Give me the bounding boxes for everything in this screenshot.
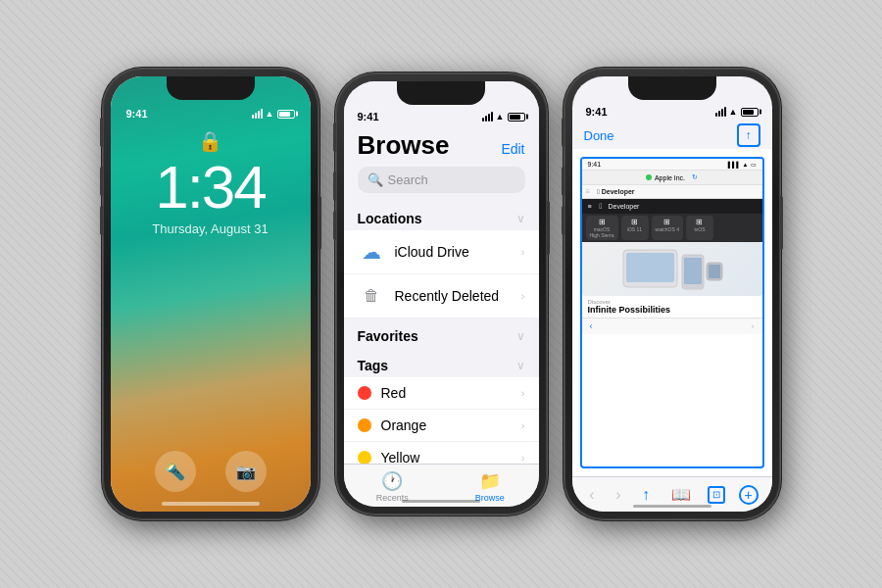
safari-webpage-content[interactable]: 9:41 ▌▌▌ ▲ ▭ Apple Inc. ↻ [572, 149, 772, 476]
files-screen-display: 9:41 ▲ Browse Edit 🔍 Search [344, 81, 539, 507]
share-button[interactable]: ↑ [737, 123, 760, 147]
tab-recents[interactable]: 🕐 Recents [344, 470, 442, 503]
watchos-icon: ⊞ [656, 218, 679, 226]
recents-icon: 🕐 [381, 470, 403, 492]
tab-browse[interactable]: 📁 Browse [441, 470, 539, 503]
tags-section-header: Tags ∨ [344, 348, 539, 377]
webpage-url-bar[interactable]: Apple Inc. ↻ [582, 171, 762, 185]
lock-icon: 🔒 [198, 129, 222, 153]
webpage-time: 9:41 [588, 161, 602, 168]
ios-label: iOS 11 [625, 226, 645, 232]
home-indicator-3 [633, 505, 711, 508]
locations-title: Locations [358, 211, 422, 226]
tvos-label: tvOS [690, 226, 710, 232]
wifi-icon: ▲ [266, 109, 274, 119]
search-icon: 🔍 [368, 172, 383, 187]
safari-status-icons: ▲ [715, 107, 759, 117]
battery-icon-2 [508, 113, 525, 122]
apple-logo:  [597, 188, 600, 195]
browse-header: Browse Edit [344, 126, 539, 167]
tag-label: Yellow [381, 450, 512, 464]
safari-screen: 9:41 ▲ Done ↑ [572, 76, 772, 512]
macos-tab[interactable]: ⊞ macOS High Sierra [586, 216, 618, 240]
back-arrow[interactable]: ‹ [590, 321, 593, 331]
battery-icon [277, 110, 295, 119]
icloud-drive-item[interactable]: ☁ iCloud Drive › [344, 230, 539, 274]
tvos-tab[interactable]: ⊞ tvOS [686, 216, 713, 240]
flashlight-button[interactable]: 🔦 [155, 451, 196, 492]
macos-version: High Sierra [590, 232, 614, 238]
home-indicator [162, 502, 260, 506]
signal-icon-2 [482, 112, 493, 122]
ios-icon: ⊞ [625, 218, 645, 226]
recently-deleted-item[interactable]: 🗑 Recently Deleted › [344, 274, 539, 318]
tabs-button[interactable]: ⊡ [708, 486, 725, 504]
webpage-menu-icon[interactable]: ≡ [586, 187, 591, 196]
favorites-title: Favorites [358, 328, 418, 344]
recently-deleted-chevron-icon: › [521, 290, 525, 302]
tag-label: Red [381, 385, 512, 401]
camera-button[interactable]: 📷 [225, 451, 267, 492]
webpage-signal: ▌▌▌ [728, 162, 741, 168]
recently-deleted-label: Recently Deleted [395, 288, 512, 304]
tag-label: Orange [381, 417, 512, 433]
forward-button[interactable]: › [612, 482, 624, 508]
favorites-chevron-icon[interactable]: ∨ [516, 329, 525, 343]
tag-color-dot [358, 451, 371, 464]
favorites-section-header: Favorites ∨ [344, 318, 539, 348]
forward-arrow[interactable]: › [752, 321, 755, 331]
edit-button[interactable]: Edit [501, 141, 524, 157]
refresh-icon[interactable]: ↻ [692, 173, 698, 181]
ios-tab[interactable]: ⊞ iOS 11 [621, 216, 649, 240]
tvos-icon: ⊞ [690, 218, 710, 226]
signal-icon-3 [715, 107, 726, 117]
done-button[interactable]: Done [584, 128, 614, 143]
notch-2 [397, 81, 485, 105]
trash-icon: 🗑 [358, 282, 385, 310]
browse-status-icons: ▲ [482, 112, 525, 122]
back-button[interactable]: ‹ [585, 482, 598, 508]
tag-chevron-icon: › [521, 452, 525, 464]
macos-icon: ⊞ [590, 218, 614, 226]
devices-image [582, 242, 762, 296]
lock-status-time: 9:41 [126, 108, 148, 120]
developer-brand:  Developer [597, 188, 634, 195]
discover-section: Discover Infinite Possibilities [582, 296, 762, 318]
apple-logo-white:  [600, 202, 603, 211]
safari-top-nav: Done ↑ [572, 122, 772, 149]
search-bar[interactable]: 🔍 Search [358, 167, 525, 193]
watchos-tab[interactable]: ⊞ watchOS 4 [652, 216, 683, 240]
wifi-icon-3: ▲ [729, 107, 738, 117]
tag-list: Red › Orange › Yellow › Green › Blue › P… [344, 377, 539, 464]
wifi-icon-2: ▲ [496, 112, 505, 122]
tag-color-dot [358, 386, 371, 400]
developer-header: ≡  Developer [582, 199, 762, 214]
watchos-label: watchOS 4 [656, 226, 679, 232]
notch-3 [628, 76, 716, 100]
tag-chevron-icon: › [521, 387, 525, 399]
webpage-battery: ▭ [751, 161, 757, 168]
lock-status-icons: ▲ [252, 109, 295, 119]
developer-label: Developer [602, 188, 635, 195]
bookmarks-button[interactable]: 📖 [667, 481, 695, 508]
tag-item-yellow[interactable]: Yellow › [344, 442, 539, 464]
tag-item-orange[interactable]: Orange › [344, 410, 539, 442]
icloud-label: iCloud Drive [395, 244, 512, 260]
hamburger-icon[interactable]: ≡ [588, 203, 592, 210]
new-tab-button[interactable]: + [739, 485, 759, 505]
secure-icon [646, 174, 652, 180]
locations-chevron-icon[interactable]: ∨ [516, 212, 525, 225]
webpage-toolbar: ≡  Developer [582, 185, 762, 199]
lock-bottom-buttons: 🔦 📷 [111, 451, 311, 492]
svg-rect-3 [684, 258, 702, 284]
phone-files: 9:41 ▲ Browse Edit 🔍 Search [336, 74, 547, 514]
os-tabs: ⊞ macOS High Sierra ⊞ iOS 11 ⊞ watchOS 4 [582, 214, 762, 242]
browse-status-time: 9:41 [358, 111, 379, 122]
webpage-status-icons: ▌▌▌ ▲ ▭ [728, 161, 757, 168]
browse-screen: 9:41 ▲ Browse Edit 🔍 Search [344, 81, 539, 507]
icloud-icon: ☁ [358, 238, 385, 266]
share-action-button[interactable]: ↑ [638, 482, 654, 508]
lock-screen: 9:41 ▲ 🔒 1:34 Thursday, August 31 🔦 📷 [111, 76, 311, 512]
tag-item-red[interactable]: Red › [344, 377, 539, 410]
tags-chevron-icon[interactable]: ∨ [516, 359, 525, 372]
